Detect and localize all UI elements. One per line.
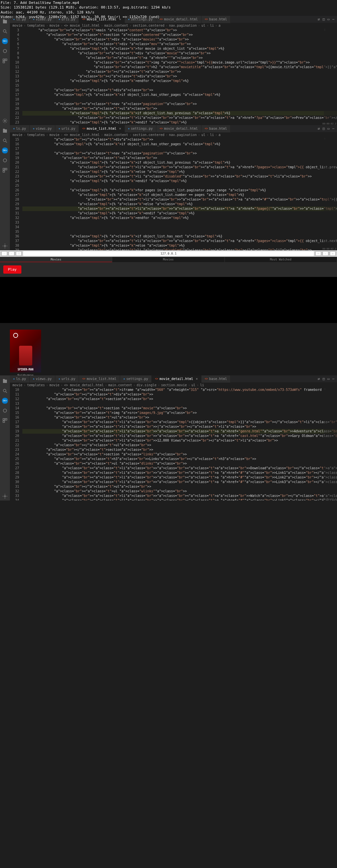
code-line[interactable]: "a">class="br"><"a">class="t">h3"a">clas…	[22, 457, 337, 461]
search-icon[interactable]	[2, 388, 8, 394]
tab-ls-py[interactable]: ◆ls.py	[10, 125, 30, 132]
code-line[interactable]: "a">class="br"><"a">class="t">nav "a">cl…	[22, 151, 337, 156]
code-line[interactable]: "a">class="br"><"a">class="t">li "a">cla…	[22, 174, 337, 179]
breadcrumb-item[interactable]: section.centered	[133, 133, 164, 137]
layout-icon[interactable]: ▭	[328, 377, 330, 381]
code-line[interactable]	[22, 147, 337, 151]
debug-icon[interactable]	[2, 408, 8, 413]
breadcrumb-item[interactable]: li	[210, 133, 214, 137]
tab-base-html[interactable]: <>base.html	[201, 16, 231, 23]
code-line[interactable]: "a">class="br"><"a">class="t">li"a">clas…	[22, 494, 337, 498]
minimap[interactable]: ▬▬▬▬▬▬▬▬▬▬▬▬▬▬▬▬	[324, 388, 337, 500]
code-line[interactable]	[22, 225, 337, 229]
breadcrumb-item[interactable]: ul	[201, 133, 205, 137]
forward-button[interactable]: ›	[8, 251, 14, 256]
code-line[interactable]: "a">class="br"><"a">class="t">nav "a">cl…	[22, 102, 337, 106]
code-line[interactable]: "a">class="br"><"a">class="t">ul "a">cla…	[22, 461, 337, 466]
tab-movie_detail-html[interactable]: <>movie_detail.html	[156, 125, 201, 132]
code-line[interactable]	[22, 183, 337, 188]
code-editor[interactable]: 1011121314151617181920212223242526272829…	[10, 388, 337, 500]
code-line[interactable]: "a">class="br"><"a">class="t">ul "a">cla…	[22, 489, 337, 494]
tabs-button[interactable]: ⊞	[330, 251, 336, 256]
code-line[interactable]: "a">class="tmpl">{% "a">class="k">for mo…	[22, 46, 337, 51]
code-line[interactable]: "a">class="br"><"a">class="t">div "a">cl…	[22, 37, 337, 42]
breadcrumb-item[interactable]: movie	[49, 24, 59, 27]
code-line[interactable]: "a">class="tmpl">{% "a">class="k">for pa…	[22, 188, 337, 193]
code-line[interactable]: "a">class="tmpl">{% "a">class="k">else "…	[22, 202, 337, 207]
reload-button[interactable]: ⟳	[315, 251, 321, 256]
breadcrumb-item[interactable]: movie	[12, 383, 22, 387]
settings-gear-icon[interactable]	[0, 493, 10, 499]
compare-icon[interactable]: ⇄	[318, 126, 320, 131]
extensions-icon[interactable]	[2, 417, 8, 424]
more-icon[interactable]: ⋯	[332, 17, 334, 22]
code-line[interactable]: "a">class="tmpl">{% "a">class="k">if obj…	[22, 111, 337, 116]
breadcrumb-item[interactable]: <> movie_list.html	[64, 24, 100, 27]
breadcrumb-item[interactable]: <> movie_detail.html	[64, 383, 104, 387]
code-line[interactable]	[22, 229, 337, 234]
code-line[interactable]: "a">class="br"></"a">class="t">div"a">cl…	[22, 137, 337, 142]
tab-views-py[interactable]: ◆views.py	[30, 125, 55, 132]
code-line[interactable]: "a">class="br"></"a">class="t">ul"a">cla…	[22, 485, 337, 489]
code-line[interactable]: "a">class="br"><"a">class="t">ul"a">clas…	[22, 156, 337, 160]
code-line[interactable]: "a">class="br"></"a">class="t">ul"a">cla…	[22, 443, 337, 447]
breadcrumb-item[interactable]: li	[200, 383, 204, 387]
code-line[interactable]: "a">class="br"><"a">class="t">li"a">clas…	[22, 239, 337, 243]
code-line[interactable]: "a">class="br"></"a">class="t">div"a">cl…	[22, 88, 337, 93]
settings-gear-icon[interactable]	[0, 243, 10, 249]
extensions-icon[interactable]	[2, 167, 8, 173]
split-icon[interactable]: ◫	[323, 126, 325, 131]
compare-icon[interactable]: ⇄	[318, 377, 320, 381]
breadcrumb-item[interactable]: li	[210, 24, 214, 27]
search-icon[interactable]	[2, 28, 8, 34]
nav-tab-most-watched[interactable]: Most Watched	[225, 257, 337, 262]
code-line[interactable]	[22, 83, 337, 88]
code-line[interactable]: "a">class="br"><"a">class="t">li"a">clas…	[22, 429, 337, 434]
layout-icon[interactable]: ▭	[328, 126, 330, 131]
code-line[interactable]: "a">class="br"><"a">class="t">img "a">sr…	[22, 411, 337, 415]
code-line[interactable]: "a">class="br"></"a">class="t">a"a">clas…	[22, 69, 337, 74]
code-line[interactable]: "a">class="tmpl">{% "a">class="k">if obj…	[22, 234, 337, 239]
breadcrumb[interactable]: movie›templates›movie›<> movie_list.html…	[10, 23, 337, 28]
breadcrumb-item[interactable]: ul	[201, 24, 205, 27]
code-line[interactable]: "a">class="br"><"a">class="t">li"a">clas…	[22, 498, 337, 500]
code-line[interactable]: "a">class="br"><"a">class="t">div "a">cl…	[22, 42, 337, 46]
code-line[interactable]: "a">class="br"><"a">class="t">div "a">cl…	[22, 51, 337, 56]
code-line[interactable]	[22, 97, 337, 102]
code-line[interactable]: "a">class="tmpl">{% "a">class="k">endfor…	[22, 216, 337, 220]
code-line[interactable]: "a">class="br"><"a">class="t">li"a">clas…	[22, 420, 337, 425]
tab-movie_list-html[interactable]: <>movie_list.html×	[79, 125, 125, 132]
tab-movie_list-html[interactable]: <>movie_list.html	[79, 375, 120, 383]
code-line[interactable]: "a">class="br"><"a">class="t">li"a">clas…	[22, 165, 337, 169]
code-line[interactable]: "a">class="tmpl">{% "a">class="k">endfor…	[22, 79, 337, 83]
breadcrumb-item[interactable]: a	[218, 24, 221, 27]
code-line[interactable]: "a">class="br"></"a">class="t">section"a…	[22, 447, 337, 452]
layout-icon[interactable]: ▭	[328, 17, 330, 22]
breadcrumb-item[interactable]: main.content	[104, 133, 128, 137]
back-button[interactable]: ‹	[1, 251, 7, 256]
code-line[interactable]: "a">class="br"><"a">class="t">li"a">clas…	[22, 475, 337, 480]
code-line[interactable]: "a">class="br"><"a">class="t">h2 "a">cla…	[22, 65, 337, 69]
code-line[interactable]	[22, 220, 337, 225]
code-line[interactable]: "a">class="br"><"a">class="t">li"a">clas…	[22, 470, 337, 475]
split-icon[interactable]: ◫	[323, 17, 325, 22]
code-line[interactable]: "a">class="br"><"a">class="t">li"a">clas…	[22, 116, 337, 120]
code-line[interactable]: "a">class="tmpl">{% "a">class="k">if obj…	[22, 160, 337, 165]
tab-urls-py[interactable]: ◆urls.py	[55, 375, 79, 383]
code-line[interactable]: "a">class="br"></"a">class="t">div"a">cl…	[22, 74, 337, 79]
breadcrumb-item[interactable]: nav.pagination	[169, 133, 197, 137]
debug-icon[interactable]	[2, 48, 8, 54]
code-line[interactable]: "a">class="br"><"a">class="t">section "a…	[22, 406, 337, 411]
code-line[interactable]: "a">class="tmpl">{% "a">class="k">else "…	[22, 243, 337, 248]
breadcrumb[interactable]: movie›templates›movie›<> movie_detail.ht…	[10, 383, 337, 388]
code-line[interactable]: "a">class="br"><"a">class="t">li"a">clas…	[22, 197, 337, 202]
nav-tab-movies[interactable]: Movies	[0, 257, 112, 262]
breadcrumb-item[interactable]: templates	[27, 24, 45, 27]
compare-icon[interactable]: ⇄	[318, 17, 320, 22]
breadcrumb-item[interactable]: movie	[49, 133, 59, 137]
breadcrumb[interactable]: movie›templates›movie›<> movie_list.html…	[10, 132, 337, 137]
code-line[interactable]: "a">class="br"><"a">class="t">img "a">sr…	[22, 60, 337, 65]
debug-icon[interactable]	[2, 157, 8, 163]
more-icon[interactable]: ⋯	[332, 126, 334, 131]
code-line[interactable]: "a">class="br"><"a">class="t">iframe "a"…	[22, 388, 337, 392]
